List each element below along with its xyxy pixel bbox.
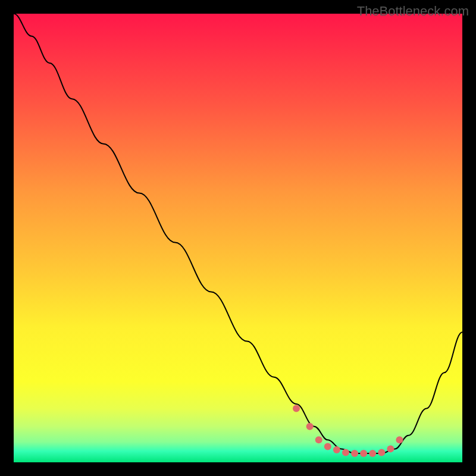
marker-dot [306, 423, 314, 430]
marker-dot [360, 450, 367, 457]
marker-dot [369, 450, 376, 457]
marker-dot [378, 449, 385, 456]
marker-dot [387, 445, 394, 452]
marker-dots [293, 405, 403, 457]
marker-dot [342, 449, 349, 456]
marker-dot [315, 436, 322, 443]
marker-dot [293, 405, 300, 412]
plot-area [14, 14, 462, 462]
marker-dot [396, 436, 403, 443]
watermark-label: TheBottleneck.com [357, 4, 469, 19]
marker-dot [351, 450, 358, 457]
chart-svg [14, 14, 462, 462]
marker-dot [324, 443, 331, 450]
marker-dot [333, 446, 340, 453]
main-curve [14, 14, 462, 453]
